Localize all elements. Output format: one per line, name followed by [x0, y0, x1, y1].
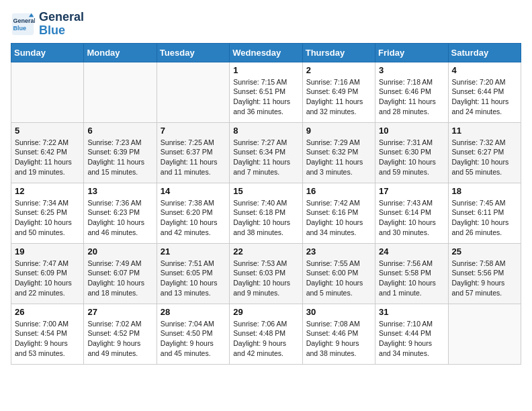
day-info: Sunrise: 7:10 AM Sunset: 4:44 PM Dayligh…	[379, 319, 444, 359]
calendar-day: 28Sunrise: 7:04 AM Sunset: 4:50 PM Dayli…	[157, 304, 229, 364]
calendar-day: 11Sunrise: 7:32 AM Sunset: 6:27 PM Dayli…	[448, 122, 521, 183]
day-number: 19	[15, 246, 80, 257]
day-info: Sunrise: 7:25 AM Sunset: 6:37 PM Dayligh…	[161, 138, 226, 177]
calendar-day: 13Sunrise: 7:36 AM Sunset: 6:23 PM Dayli…	[84, 183, 157, 243]
day-number: 28	[161, 307, 226, 317]
day-info: Sunrise: 7:56 AM Sunset: 5:58 PM Dayligh…	[379, 259, 444, 298]
calendar-day: 7Sunrise: 7:25 AM Sunset: 6:37 PM Daylig…	[157, 122, 229, 183]
calendar-day: 4Sunrise: 7:20 AM Sunset: 6:44 PM Daylig…	[448, 62, 521, 122]
weekday-header: Monday	[84, 43, 157, 62]
weekday-header: Wednesday	[230, 43, 302, 62]
day-info: Sunrise: 7:43 AM Sunset: 6:14 PM Dayligh…	[379, 198, 444, 238]
calendar-day: 15Sunrise: 7:40 AM Sunset: 6:18 PM Dayli…	[230, 183, 302, 243]
calendar-day: 31Sunrise: 7:10 AM Sunset: 4:44 PM Dayli…	[375, 304, 448, 364]
day-info: Sunrise: 7:15 AM Sunset: 6:51 PM Dayligh…	[233, 77, 298, 117]
day-info: Sunrise: 7:58 AM Sunset: 5:56 PM Dayligh…	[452, 259, 517, 298]
calendar-day: 10Sunrise: 7:31 AM Sunset: 6:30 PM Dayli…	[375, 122, 448, 183]
day-info: Sunrise: 7:18 AM Sunset: 6:46 PM Dayligh…	[379, 77, 444, 117]
day-number: 27	[87, 307, 152, 317]
day-number: 25	[452, 246, 517, 257]
day-number: 3	[379, 65, 444, 75]
day-number: 17	[379, 186, 444, 196]
empty-day	[84, 62, 157, 122]
day-info: Sunrise: 7:22 AM Sunset: 6:42 PM Dayligh…	[15, 138, 80, 177]
calendar-day: 5Sunrise: 7:22 AM Sunset: 6:42 PM Daylig…	[11, 122, 84, 183]
day-info: Sunrise: 7:45 AM Sunset: 6:11 PM Dayligh…	[452, 198, 517, 238]
day-number: 13	[87, 186, 152, 196]
calendar-day: 22Sunrise: 7:53 AM Sunset: 6:03 PM Dayli…	[230, 243, 302, 304]
day-number: 12	[15, 186, 80, 196]
day-info: Sunrise: 7:08 AM Sunset: 4:46 PM Dayligh…	[306, 319, 371, 359]
day-number: 18	[452, 186, 517, 196]
day-number: 16	[306, 186, 371, 196]
calendar-day: 23Sunrise: 7:55 AM Sunset: 6:00 PM Dayli…	[302, 243, 375, 304]
logo-icon: General Blue	[11, 12, 35, 36]
calendar-day: 24Sunrise: 7:56 AM Sunset: 5:58 PM Dayli…	[375, 243, 448, 304]
day-info: Sunrise: 7:29 AM Sunset: 6:32 PM Dayligh…	[306, 138, 371, 177]
day-info: Sunrise: 7:06 AM Sunset: 4:48 PM Dayligh…	[233, 319, 298, 359]
calendar-day: 18Sunrise: 7:45 AM Sunset: 6:11 PM Dayli…	[448, 183, 521, 243]
day-number: 20	[87, 246, 152, 257]
day-info: Sunrise: 7:31 AM Sunset: 6:30 PM Dayligh…	[379, 138, 444, 177]
calendar-day: 25Sunrise: 7:58 AM Sunset: 5:56 PM Dayli…	[448, 243, 521, 304]
day-info: Sunrise: 7:55 AM Sunset: 6:00 PM Dayligh…	[306, 259, 371, 298]
day-info: Sunrise: 7:40 AM Sunset: 6:18 PM Dayligh…	[233, 198, 298, 238]
day-number: 15	[233, 186, 298, 196]
day-number: 1	[233, 65, 298, 75]
logo: General Blue General Blue	[11, 11, 84, 38]
calendar-day: 8Sunrise: 7:27 AM Sunset: 6:34 PM Daylig…	[230, 122, 302, 183]
day-info: Sunrise: 7:00 AM Sunset: 4:54 PM Dayligh…	[15, 319, 80, 359]
day-number: 14	[161, 186, 226, 196]
day-info: Sunrise: 7:34 AM Sunset: 6:25 PM Dayligh…	[15, 198, 80, 238]
day-number: 9	[306, 126, 371, 136]
page-header: General Blue General Blue	[11, 11, 521, 38]
calendar-day: 20Sunrise: 7:49 AM Sunset: 6:07 PM Dayli…	[84, 243, 157, 304]
calendar-day: 26Sunrise: 7:00 AM Sunset: 4:54 PM Dayli…	[11, 304, 84, 364]
day-info: Sunrise: 7:32 AM Sunset: 6:27 PM Dayligh…	[452, 138, 517, 177]
calendar-day: 29Sunrise: 7:06 AM Sunset: 4:48 PM Dayli…	[230, 304, 302, 364]
svg-text:Blue: Blue	[13, 25, 27, 32]
calendar-day: 27Sunrise: 7:02 AM Sunset: 4:52 PM Dayli…	[84, 304, 157, 364]
calendar-day: 30Sunrise: 7:08 AM Sunset: 4:46 PM Dayli…	[302, 304, 375, 364]
day-number: 7	[161, 126, 226, 136]
day-info: Sunrise: 7:36 AM Sunset: 6:23 PM Dayligh…	[87, 198, 152, 238]
day-number: 23	[306, 246, 371, 257]
calendar-day: 19Sunrise: 7:47 AM Sunset: 6:09 PM Dayli…	[11, 243, 84, 304]
day-info: Sunrise: 7:38 AM Sunset: 6:20 PM Dayligh…	[161, 198, 226, 238]
day-number: 22	[233, 246, 298, 257]
day-number: 10	[379, 126, 444, 136]
calendar-day: 3Sunrise: 7:18 AM Sunset: 6:46 PM Daylig…	[375, 62, 448, 122]
calendar-header: SundayMondayTuesdayWednesdayThursdayFrid…	[11, 43, 521, 62]
calendar-day: 21Sunrise: 7:51 AM Sunset: 6:05 PM Dayli…	[157, 243, 229, 304]
day-info: Sunrise: 7:42 AM Sunset: 6:16 PM Dayligh…	[306, 198, 371, 238]
day-number: 4	[452, 65, 517, 75]
day-info: Sunrise: 7:20 AM Sunset: 6:44 PM Dayligh…	[452, 77, 517, 117]
day-info: Sunrise: 7:16 AM Sunset: 6:49 PM Dayligh…	[306, 77, 371, 117]
calendar-day: 9Sunrise: 7:29 AM Sunset: 6:32 PM Daylig…	[302, 122, 375, 183]
day-number: 21	[161, 246, 226, 257]
day-number: 5	[15, 126, 80, 136]
empty-day	[11, 62, 84, 122]
day-info: Sunrise: 7:49 AM Sunset: 6:07 PM Dayligh…	[87, 259, 152, 298]
day-info: Sunrise: 7:02 AM Sunset: 4:52 PM Dayligh…	[87, 319, 152, 359]
logo-text: General Blue	[39, 11, 84, 38]
day-info: Sunrise: 7:27 AM Sunset: 6:34 PM Dayligh…	[233, 138, 298, 177]
day-info: Sunrise: 7:53 AM Sunset: 6:03 PM Dayligh…	[233, 259, 298, 298]
day-number: 30	[306, 307, 371, 317]
day-number: 24	[379, 246, 444, 257]
empty-day	[157, 62, 229, 122]
day-number: 2	[306, 65, 371, 75]
weekday-header: Friday	[375, 43, 448, 62]
day-number: 6	[87, 126, 152, 136]
day-info: Sunrise: 7:23 AM Sunset: 6:39 PM Dayligh…	[87, 138, 152, 177]
day-info: Sunrise: 7:47 AM Sunset: 6:09 PM Dayligh…	[15, 259, 80, 298]
calendar-day: 1Sunrise: 7:15 AM Sunset: 6:51 PM Daylig…	[230, 62, 302, 122]
weekday-header: Sunday	[11, 43, 84, 62]
calendar-day: 14Sunrise: 7:38 AM Sunset: 6:20 PM Dayli…	[157, 183, 229, 243]
calendar-day: 6Sunrise: 7:23 AM Sunset: 6:39 PM Daylig…	[84, 122, 157, 183]
weekday-header: Tuesday	[157, 43, 229, 62]
day-number: 26	[15, 307, 80, 317]
day-number: 8	[233, 126, 298, 136]
calendar-table: SundayMondayTuesdayWednesdayThursdayFrid…	[11, 43, 521, 365]
calendar-day: 16Sunrise: 7:42 AM Sunset: 6:16 PM Dayli…	[302, 183, 375, 243]
